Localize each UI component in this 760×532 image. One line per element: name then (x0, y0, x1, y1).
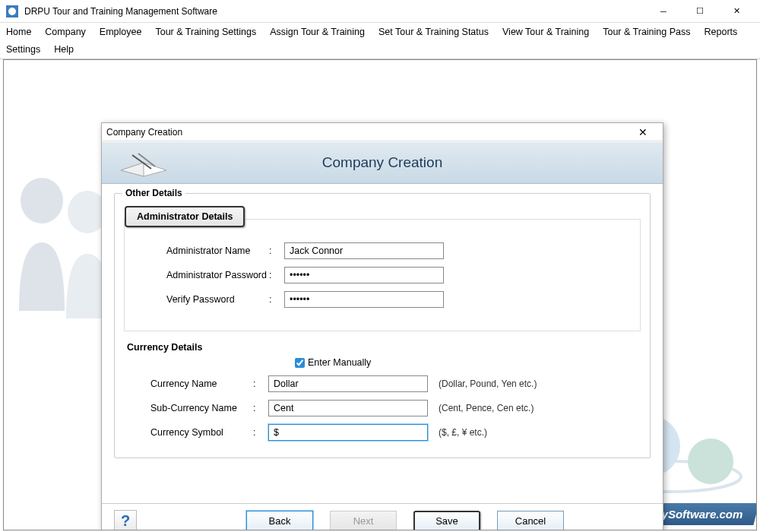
currency-name-label: Currency Name (124, 378, 253, 389)
enter-manually-label: Enter Manually (308, 357, 371, 368)
currency-symbol-hint: ($, £, ¥ etc.) (439, 427, 487, 438)
menu-company[interactable]: Company (43, 25, 87, 39)
menu-tour-training-settings[interactable]: Tour & Training Settings (154, 25, 258, 39)
menu-view-tour-training[interactable]: View Tour & Training (501, 25, 591, 39)
currency-symbol-label: Currency Symbol (124, 427, 253, 438)
dialog-close-button[interactable]: ✕ (628, 126, 658, 138)
menu-reports[interactable]: Reports (703, 25, 739, 39)
dialog-footer: ? Back Next Save Cancel (102, 503, 663, 530)
menu-set-status[interactable]: Set Tour & Training Status (377, 25, 490, 39)
menu-home[interactable]: Home (5, 25, 33, 39)
admin-password-label: Administrator Password (140, 270, 269, 280)
next-button: Next (330, 511, 397, 531)
enter-manually-checkbox[interactable] (295, 358, 305, 368)
main-area: EmployeeSalarySoftware.com Company Creat… (3, 59, 757, 530)
verify-password-label: Verify Password (140, 294, 269, 305)
close-button[interactable]: ✕ (719, 1, 754, 22)
verify-password-input[interactable] (284, 291, 444, 308)
menu-tour-training-pass[interactable]: Tour & Training Pass (601, 25, 692, 39)
company-creation-dialog: Company Creation ✕ Company Creation Othe… (101, 122, 663, 530)
currency-details-heading: Currency Details (127, 342, 641, 353)
other-details-label: Other Details (122, 188, 185, 198)
help-button[interactable]: ? (114, 510, 137, 531)
admin-password-input[interactable] (284, 267, 444, 283)
window-title: DRPU Tour and Training Management Softwa… (24, 6, 646, 17)
cancel-button[interactable]: Cancel (497, 511, 564, 531)
save-button[interactable]: Save (413, 511, 480, 531)
dialog-banner: Company Creation (102, 141, 663, 184)
menu-employee[interactable]: Employee (98, 25, 144, 39)
svg-point-6 (688, 439, 733, 484)
subcurrency-name-label: Sub-Currency Name (124, 403, 253, 413)
menubar: Home Company Employee Tour & Training Se… (0, 23, 760, 59)
banner-title: Company Creation (170, 154, 648, 171)
notebook-icon (117, 147, 170, 178)
window-titlebar: DRPU Tour and Training Management Softwa… (0, 0, 760, 23)
other-details-group: Other Details Administrator Details Admi… (114, 193, 651, 458)
subcurrency-name-input[interactable] (268, 400, 428, 416)
admin-name-label: Administrator Name (140, 245, 269, 256)
svg-point-2 (21, 178, 63, 223)
currency-symbol-input[interactable] (268, 424, 428, 441)
administrator-details-tab[interactable]: Administrator Details (125, 206, 245, 227)
currency-name-hint: (Dollar, Pound, Yen etc.) (439, 378, 537, 389)
menu-help[interactable]: Help (52, 43, 75, 56)
dialog-titlebar: Company Creation ✕ (102, 123, 663, 141)
menu-assign-tour-training[interactable]: Assign Tour & Training (268, 25, 366, 39)
currency-name-input[interactable] (268, 375, 428, 392)
svg-point-1 (8, 8, 16, 15)
dialog-title: Company Creation (106, 127, 628, 138)
minimize-button[interactable]: ─ (646, 1, 681, 22)
subcurrency-name-hint: (Cent, Pence, Cen etc.) (439, 403, 534, 413)
back-button[interactable]: Back (246, 511, 313, 531)
dialog-body: Other Details Administrator Details Admi… (102, 184, 663, 503)
app-icon (6, 5, 18, 17)
administrator-details-panel: Administrator Details Administrator Name… (124, 219, 641, 331)
menu-settings[interactable]: Settings (5, 43, 42, 56)
maximize-button[interactable]: ☐ (682, 1, 717, 22)
admin-name-input[interactable] (284, 242, 444, 259)
